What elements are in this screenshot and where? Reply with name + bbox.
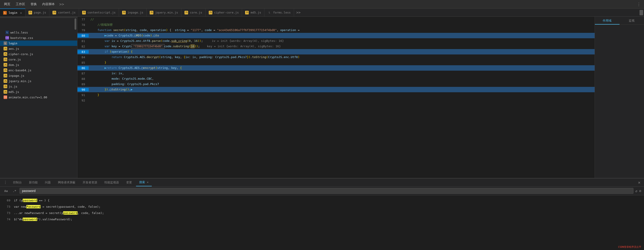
bottom-tab-issues[interactable]: 问题 <box>42 178 54 186</box>
bottom-tab-dev-resources[interactable]: 开发者资源 <box>80 178 100 186</box>
tab-cipher-core-js[interactable]: JS cipher-core.js <box>206 9 242 17</box>
cipher-core-js-sidebar-icon: JS <box>4 52 7 56</box>
line-number-78: 78 <box>78 23 89 27</box>
contentscript-js-icon: JS <box>82 11 86 14</box>
tab-login[interactable]: L login ✕ <box>0 9 25 17</box>
tab-core-js[interactable]: JS core.js <box>181 9 206 17</box>
sidebar-item-login[interactable]: L login <box>0 41 77 46</box>
bottom-tab-performance-monitor[interactable]: 性能监视器 <box>101 178 122 186</box>
sidebar-item-js-js[interactable]: JS js.js <box>0 84 77 89</box>
page-js-icon: JS <box>28 11 32 14</box>
line-number-92: 92 <box>78 99 89 102</box>
tab-forms-less[interactable]: L forms.less <box>264 9 294 17</box>
core-js-sidebar-icon: JS <box>4 58 7 61</box>
sidebar-item-enc-base64-js[interactable]: JS enc-base64.js <box>0 67 77 73</box>
sidebar-item-aes-js-label: aes.js <box>8 47 19 50</box>
case-sensitive-toggle[interactable]: Aa <box>3 189 10 193</box>
tabs-more-button[interactable]: >> <box>294 10 303 15</box>
sidebar-item-animate-css[interactable]: CSS animate.min.css?v=1.00 <box>0 94 77 100</box>
refresh-search-button[interactable]: ↺ <box>635 189 638 193</box>
login-file-icon: L <box>3 11 7 15</box>
line-content-90: }).□toString();▶ <box>89 87 594 92</box>
sidebar-scroll-top <box>0 17 77 18</box>
bottom-tab-search[interactable]: 搜索 ✕ <box>136 178 152 186</box>
result-line-num-74: 74 <box>4 218 10 221</box>
login-file-icon-sidebar: L <box>4 41 7 45</box>
sidebar-item-inpage-js[interactable]: JS inpage.js <box>0 73 77 78</box>
sidebar-item-md5-js[interactable]: JS md5.js <box>0 89 77 94</box>
sidebar-item-wells-less-label: wells.less <box>10 31 28 34</box>
tab-jquery-min-js[interactable]: JS jquery.min.js <box>146 9 181 17</box>
search-result-73a[interactable]: 73 var newPassword = secret(ypassword, c… <box>0 203 644 210</box>
dom-js-icon: JS <box>4 63 7 67</box>
nav-more[interactable]: >> <box>58 1 66 8</box>
content-js-icon: JS <box>52 11 56 14</box>
nav-workspace[interactable]: 工作区 <box>14 1 28 7</box>
sidebar-item-jquery-min-js[interactable]: JS jquery.min.js <box>0 78 77 84</box>
panel-drag-handle[interactable] <box>640 10 643 15</box>
tab-content-js[interactable]: JS content.js <box>50 9 79 17</box>
bottom-tab-bar: ⋮ 控制台 新功能 问题 网络请求屏蔽 开发者资源 性能监视器 变更 搜索 ✕ … <box>0 178 644 187</box>
right-tab-watch[interactable]: 监视 <box>620 17 644 25</box>
search-input[interactable] <box>20 188 633 194</box>
line-number-86: 86 <box>78 66 89 70</box>
bottom-panel-close-button[interactable]: ✕ <box>636 180 642 185</box>
result-text-73b: ...ar newPassword = secret(ypassword, co… <box>14 211 640 215</box>
line-number-90: 90 <box>78 88 89 91</box>
line-content-84: return CryptoJS.AES.decrypt(string, key,… <box>89 54 594 60</box>
search-action-icons: ↺ ⊘ <box>635 189 641 193</box>
tab-login-close[interactable]: ✕ <box>20 11 22 15</box>
forms-less-icon: L <box>268 11 271 14</box>
search-result-73b[interactable]: 73 ...ar newPassword = secret(ypassword,… <box>0 210 644 216</box>
sidebar-item-cipher-core-js-label: cipher-core.js <box>8 52 33 56</box>
code-line-86: 86 ▶return CryptoJS.AES.□encrypt(string,… <box>78 65 594 71</box>
bottom-tab-changes[interactable]: 变更 <box>123 178 135 186</box>
sidebar-item-core-js-label: core.js <box>8 58 21 61</box>
tab-forms-less-label: forms.less <box>273 11 290 14</box>
line-content-80: ▶code = CryptoJS.□MD5(code).□to "f399177… <box>89 33 594 38</box>
bottom-tab-network-block[interactable]: 网络请求屏蔽 <box>55 178 78 186</box>
sidebar-item-bootstrap-css[interactable]: CSS bootstrap.css <box>0 35 77 41</box>
line-number-88: 88 <box>78 77 89 81</box>
search-tab-close[interactable]: ✕ <box>147 178 148 186</box>
clear-search-button[interactable]: ⊘ <box>639 189 641 193</box>
md5-js-sidebar-icon: JS <box>4 90 7 94</box>
nav-webpage[interactable]: 网页 <box>2 1 12 7</box>
search-result-74[interactable]: 74 $("#xpassword").val(newPassword); <box>0 216 644 222</box>
tab-inpage-js[interactable]: JS inpage.js <box>119 9 146 17</box>
sidebar-item-core-js[interactable]: JS core.js <box>0 57 77 62</box>
tab-page-js[interactable]: JS page.js <box>25 9 50 17</box>
tab-md5-js[interactable]: JS md5.js <box>242 9 264 17</box>
search-result-69[interactable]: 69 if (ypassword == ) { <box>0 197 644 203</box>
core-js-icon: JS <box>184 11 188 14</box>
search-results: 69 if (ypassword == ) { 73 var newPasswo… <box>0 195 644 247</box>
sidebar-item-aes-js[interactable]: JS aes.js <box>0 46 77 51</box>
bottom-options-icon[interactable]: ⋮ <box>2 180 9 185</box>
sidebar-scrollbar-thumb[interactable] <box>74 19 76 30</box>
code-line-78: 78 //前端加密 <box>78 22 594 28</box>
nav-content-script[interactable]: 内容脚本 <box>40 1 57 7</box>
result-text-73a: var newPassword = secret(ypassword, code… <box>14 205 640 208</box>
bottom-tab-console[interactable]: 控制台 <box>10 178 25 186</box>
regex-toggle[interactable]: .* <box>11 189 18 193</box>
enc-base64-js-icon: JS <box>4 68 7 72</box>
nav-options[interactable]: ⋮ <box>636 1 642 8</box>
line-content-79: function secret(string, code, operation)… <box>89 28 594 33</box>
bottom-tab-new-feature[interactable]: 新功能 <box>26 178 41 186</box>
right-tab-scope[interactable]: 作用域 <box>595 17 620 25</box>
line-number-87: 87 <box>78 72 89 75</box>
tab-inpage-js-label: inpage.js <box>128 11 143 14</box>
inpage-js-sidebar-icon: JS <box>4 74 7 77</box>
nav-replace[interactable]: 替换 <box>28 1 39 7</box>
line-number-80: 80 <box>78 34 89 37</box>
code-line-85: 85 } <box>78 60 594 65</box>
sidebar-item-cipher-core-js[interactable]: JS cipher-core.js <box>0 51 77 57</box>
sidebar-item-wells-less[interactable]: L wells.less <box>0 30 77 35</box>
sidebar-item-dom-js[interactable]: JS dom.js <box>0 62 77 67</box>
tab-contentscript-js[interactable]: JS contentscript.js <box>79 9 119 17</box>
line-content-91: } <box>89 92 594 98</box>
sidebar-item-login-label: login <box>8 42 17 45</box>
result-line-num-69: 69 <box>4 199 10 202</box>
right-panel-tab-bar: 作用域 监视 <box>595 17 644 25</box>
md5-js-icon: JS <box>245 11 249 14</box>
